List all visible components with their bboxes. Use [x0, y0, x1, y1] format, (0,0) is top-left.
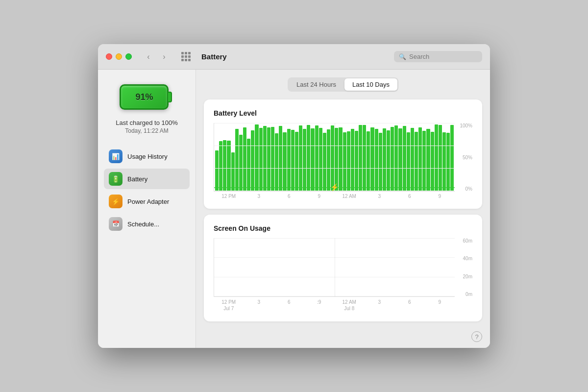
battery-bar	[355, 131, 358, 191]
battery-bar	[407, 132, 410, 191]
screen-x-labels: 12 PMJul 7 3 6 :9 12 AMJul 8 3 6 9	[214, 299, 455, 312]
nav-buttons: ‹ ›	[142, 50, 171, 64]
battery-bar	[251, 130, 254, 191]
battery-bar	[255, 124, 258, 191]
battery-bar	[387, 130, 390, 191]
midnight-divider	[335, 123, 335, 191]
battery-bar	[439, 125, 442, 191]
sidebar-item-schedule[interactable]: 📅 Schedule...	[104, 214, 190, 234]
battery-bar	[411, 128, 414, 191]
usage-history-icon: 📊	[109, 149, 122, 163]
x-label-9: 9	[304, 194, 335, 199]
battery-bar	[442, 132, 446, 191]
battery-icon: 91%	[120, 84, 173, 111]
battery-bar	[363, 125, 366, 191]
screen-x-6am: 6	[394, 299, 425, 312]
battery-chart-title: Battery Level	[214, 109, 472, 117]
battery-bar	[446, 133, 450, 191]
battery-tip	[168, 92, 172, 102]
tab-last-24h[interactable]: Last 24 Hours	[289, 78, 344, 91]
tab-last-10d[interactable]: Last 10 Days	[344, 78, 397, 91]
battery-bar	[267, 127, 270, 191]
battery-bar	[403, 126, 406, 191]
battery-bar	[299, 125, 302, 191]
battery-bar	[303, 129, 306, 191]
back-button[interactable]: ‹	[142, 50, 155, 64]
screen-midnight-divider	[335, 238, 335, 296]
battery-bar	[335, 128, 338, 191]
battery-bar	[343, 132, 346, 191]
battery-bar	[235, 129, 239, 191]
x-label-3am: 3	[365, 194, 395, 199]
battery-bar	[418, 127, 422, 191]
content: 91% Last charged to 100% Today, 11:22 AM…	[98, 70, 490, 348]
window-title: Battery	[201, 52, 388, 61]
x-label-9am: 9	[425, 194, 455, 199]
battery-bar	[259, 128, 263, 191]
battery-bar	[359, 125, 362, 191]
screen-y-labels: 60m 40m 20m 0m	[456, 238, 472, 297]
y-label-50: 50%	[456, 155, 472, 160]
sidebar-item-usage-history[interactable]: 📊 Usage History	[104, 146, 190, 167]
usage-history-label: Usage History	[127, 153, 168, 160]
battery-bar	[283, 132, 286, 191]
search-input[interactable]	[409, 53, 477, 60]
minimize-button[interactable]	[116, 53, 122, 60]
battery-level-chart-container: Battery Level	[204, 99, 482, 209]
battery-bar	[431, 132, 434, 191]
screen-chart-title: Screen On Usage	[214, 224, 472, 232]
battery-bar	[319, 128, 322, 191]
x-label-3: 3	[244, 194, 274, 199]
main-content-wrap: Last 24 Hours Last 10 Days Battery Level	[196, 70, 490, 348]
screen-x-12am: 12 AMJul 8	[334, 299, 365, 312]
battery-y-labels: 100% 50% 0%	[456, 123, 472, 192]
battery-bar	[311, 128, 314, 191]
battery-bar	[271, 127, 274, 191]
sidebar-item-battery[interactable]: 🔋 Battery	[104, 169, 190, 189]
bolt-icon: ⚡	[330, 183, 339, 191]
maximize-button[interactable]	[125, 53, 132, 60]
screen-chart-wrap: 60m 40m 20m 0m	[214, 238, 472, 297]
battery-bar	[239, 135, 243, 191]
screen-x-6: 6	[274, 299, 304, 312]
screen-x-9: :9	[304, 299, 335, 312]
screen-chart-area	[214, 238, 455, 297]
close-button[interactable]	[106, 53, 112, 60]
battery-bar	[435, 124, 438, 191]
screen-y-60: 60m	[456, 238, 472, 244]
battery-charged-time: Today, 11:22 AM	[116, 127, 177, 134]
battery-chart-area: ⚡	[214, 123, 455, 192]
battery-bar	[450, 125, 454, 191]
battery-bar	[323, 133, 326, 191]
forward-button[interactable]: ›	[157, 50, 171, 64]
sidebar-nav: 📊 Usage History 🔋 Battery ⚡ Power Adapte…	[98, 146, 196, 234]
power-adapter-icon: ⚡	[109, 195, 122, 208]
sidebar-item-power-adapter[interactable]: ⚡ Power Adapter	[104, 191, 190, 212]
sidebar: 91% Last charged to 100% Today, 11:22 AM…	[98, 70, 196, 348]
power-adapter-label: Power Adapter	[127, 198, 169, 205]
battery-bar	[307, 125, 310, 191]
screen-y-40: 40m	[456, 256, 472, 261]
y-label-100: 100%	[456, 123, 472, 128]
battery-bar	[231, 152, 235, 191]
tab-bar: Last 24 Hours Last 10 Days	[204, 77, 482, 92]
battery-bar	[227, 141, 230, 191]
battery-percent: 91%	[135, 92, 153, 102]
battery-bar	[315, 125, 318, 191]
battery-bar	[391, 127, 394, 191]
tab-group: Last 24 Hours Last 10 Days	[288, 77, 398, 92]
apps-grid-icon[interactable]	[179, 50, 193, 64]
battery-bar	[223, 140, 226, 191]
traffic-lights	[106, 53, 132, 60]
battery-bar	[263, 126, 267, 191]
screen-usage-chart-container: Screen On Usage	[204, 215, 482, 321]
battery-bar	[215, 150, 219, 191]
help-button[interactable]: ?	[471, 331, 482, 342]
battery-charged-label: Last charged to 100%	[116, 119, 177, 126]
battery-bar	[291, 130, 294, 191]
battery-bar	[331, 125, 334, 191]
battery-bar	[370, 127, 374, 191]
y-label-0: 0%	[456, 186, 472, 192]
search-bar[interactable]: 🔍	[394, 51, 482, 62]
battery-bar	[295, 132, 298, 191]
